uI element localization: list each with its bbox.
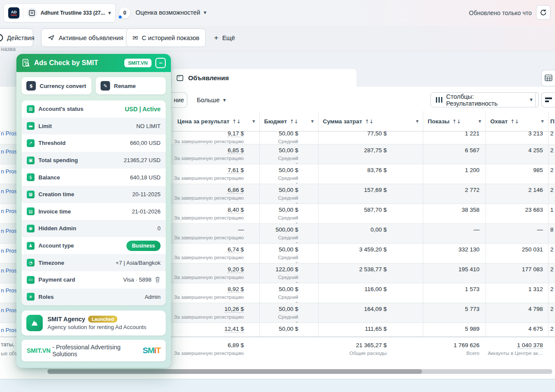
sort-icon[interactable]: ↑↓ [510,119,519,125]
total-impressions: 1 769 626 [423,342,479,349]
cost-per-result-cell: — За завершенную регистрацию [173,226,259,244]
panel-header[interactable]: Ads Check by SMIT SMIT.VN − [16,54,171,72]
column-header[interactable]: Сумма затрат ↑↓ ▼ [318,111,423,132]
ad-name-link[interactable]: n Pros [1,148,17,155]
account-name: Adhunt Trustline 333 (27... [41,10,105,16]
budget-cell: 50,00 $ [259,325,318,337]
with-history-filter-button[interactable]: ✉ С историей показов [126,28,206,47]
blue-dot [119,16,122,19]
ads-tab-icon [176,74,184,82]
impressions-cell: 5 773 [423,305,486,323]
account-selector[interactable]: AD Adhunt Trustline 333 (27... ▼ [3,3,116,22]
chevron-down-icon[interactable]: ▼ [311,119,314,123]
cost-per-result-cell: 8,40 $ За завершенную регистрацию [173,206,259,224]
minimize-button[interactable]: − [155,58,166,68]
panel-action-button[interactable]: ✎ Rename [96,77,166,94]
totals-left-subtext: ые объ [1,351,18,357]
column-header[interactable]: Цена за результат ↑↓ ▼ [173,111,259,132]
column-header[interactable]: Показы ↑↓ ▼ [423,111,486,132]
ad-name-link[interactable]: n Pros [1,168,17,175]
chevron-down-icon: ▼ [108,11,111,15]
chevron-down-icon[interactable]: ▼ [252,119,255,123]
column-header[interactable]: Бюджет ↑↓ ▼ [259,111,318,132]
amount-spent-cell: 77,50 $ [318,132,423,142]
ad-name-link[interactable]: n Pros [1,287,17,294]
impressions-cell: — [423,226,486,244]
clipped-cell: 2 [548,305,555,323]
ad-name-link[interactable]: n Pros [1,307,17,314]
clipped-button-edge[interactable] [535,92,539,107]
sort-icon[interactable]: ↑↓ [232,119,241,125]
reach-cell: 177 083 [486,266,548,283]
table-view-button[interactable] [541,70,555,86]
sort-icon[interactable]: ↑↓ [290,119,298,125]
breakdown-icon [545,97,552,99]
tab-ads[interactable]: Объявления [172,69,356,87]
cost-per-result-cell: 6,85 $ За завершенную регистрацию [173,147,259,164]
smit-agency-card[interactable]: SMIT Agency Launched Agency solution for… [22,310,166,336]
chevron-down-icon[interactable]: ▼ [416,119,419,123]
row-icon: $ [27,173,35,181]
budget-cell: 50,00 $ Средний дневной [259,186,318,204]
active-ads-filter-button[interactable]: Активные объявления [41,28,130,47]
impressions-cell: 38 358 [423,206,486,224]
chevron-down-icon[interactable]: ▼ [541,119,544,123]
chevron-down-icon[interactable]: ▼ [479,119,481,123]
smit-vn-link[interactable]: SMIT.VN [27,347,50,354]
account-info-row: ▬ Limit NO LIMIT [22,118,166,135]
ad-name-link[interactable]: n Pros [1,248,17,254]
chevron-down-icon: ▼ [204,11,206,15]
ad-name-link[interactable]: n Pros [1,188,17,194]
panel-action-button[interactable]: $ Currency convert [22,77,91,94]
clipped-cell: 2 [548,166,555,184]
sort-icon[interactable]: ↑↓ [365,119,373,125]
amount-spent-cell: 83,76 $ [318,166,423,184]
account-info-row: ◉ Hidden Admin 0 [22,220,166,237]
notification-badge[interactable]: 0 [119,7,130,19]
clipped-cell: 2 [548,147,555,164]
amount-spent-cell: 2 538,77 $ [318,266,423,283]
chevron-down-icon: ▼ [223,98,226,102]
account-info-row: ↗ Threshold 660,00 USD [22,135,166,152]
reach-cell: 2 146 [486,186,548,204]
opportunity-score-dropdown[interactable]: Оценка возможностей ▼ [136,9,206,16]
account-info-row: $ Balance 640,18 USD [22,169,166,186]
smit-vn-badge[interactable]: SMIT.VN [124,59,151,67]
row-icon: ▣ [27,157,35,164]
breakdown-button[interactable] [541,92,555,107]
ads-manager-screen: AD Adhunt Trustline 333 (27... ▼ 0 Оценк… [0,0,555,392]
smit-footer-card[interactable]: SMIT.VN - Professional Advertising Solut… [22,340,166,361]
impressions-cell: 195 410 [423,266,486,283]
total-cost-per-result: 6,89 $ [173,342,244,349]
sort-icon[interactable]: ↑↓ [452,119,461,125]
cost-per-result-cell: 9,20 $ За завершенную регистрацию [173,266,259,283]
clipped-button[interactable]: ние [171,92,187,108]
ad-name-link[interactable]: n Pros [1,132,17,137]
columns-dropdown[interactable]: Столбцы: Результативность ▼ [430,92,538,107]
amount-spent-cell: 157,69 $ [318,186,423,204]
horizontal-scrollbar-thumb[interactable] [47,369,422,374]
ad-name-link[interactable]: n Pros [1,208,17,214]
actions-icon [0,34,3,41]
panel-actions: $ Currency convert ✎ Rename [22,77,166,94]
column-header[interactable]: Охват ↑↓ ▼ [486,111,548,132]
row-icon: ✳ [27,293,35,301]
more-dropdown[interactable]: Больше ▼ [197,92,226,108]
panel-title: Ads Check by SMIT [34,59,120,67]
trash-icon[interactable] [155,276,161,283]
ad-name-link[interactable]: n Pros [1,267,17,274]
account-info-row: ◔ Timezone +7 | Asia/Bangkok [22,254,166,271]
ad-extension-logo-icon: AD [8,7,19,19]
actions-button[interactable]: Действия [0,28,33,47]
amount-spent-cell: 587,70 $ [318,206,423,224]
account-info-row: ✳ Roles Admin [22,289,166,306]
ad-name-link[interactable]: n Pros [1,327,17,333]
more-filters-button[interactable]: + Ещё [208,28,241,47]
ad-name-link[interactable]: n Pros [1,228,17,234]
total-reach[interactable]: 1 040 378 [517,342,543,349]
amount-spent-cell: 3 459,20 $ [318,246,423,263]
column-header[interactable]: П [548,111,555,132]
account-info-row: ▤ Invoice time 21-01-2026 [22,203,166,220]
refresh-button[interactable] [536,5,551,20]
row-icon: ▦ [27,191,35,198]
